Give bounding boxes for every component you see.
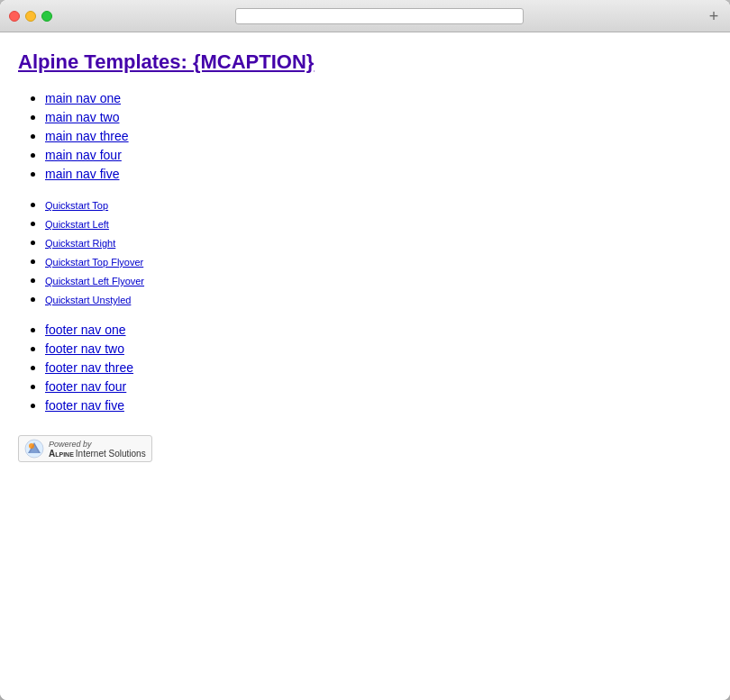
svg-point-3 [29,443,34,449]
browser-content: Alpine Templates: {MCAPTION} main nav on… [0,32,730,700]
list-item: Quickstart Top [45,196,712,213]
quickstart-nav-section: Quickstart Top Quickstart Left Quickstar… [18,196,712,307]
quickstart-nav-list: Quickstart Top Quickstart Left Quickstar… [45,196,712,307]
main-nav-link-5[interactable]: main nav five [45,167,119,181]
footer-nav-link-3[interactable]: footer nav three [45,360,133,375]
main-nav-section: main nav one main nav two main nav three… [18,90,712,182]
close-button[interactable] [9,11,20,22]
browser-titlebar: + [0,0,730,32]
quickstart-link-4[interactable]: Quickstart Top Flyover [45,257,143,268]
traffic-lights [9,11,52,22]
list-item: Quickstart Top Flyover [45,253,712,269]
list-item: main nav five [45,166,712,182]
badge-text: Powered by Alpine Internet Solutions [49,440,146,459]
list-item: footer nav five [45,397,712,414]
list-item: Quickstart Left [45,215,712,232]
list-item: Quickstart Unstyled [45,291,712,307]
alpine-logo-icon [24,439,44,459]
address-bar[interactable] [235,8,524,24]
list-item: main nav four [45,147,712,163]
main-nav-link-4[interactable]: main nav four [45,148,122,162]
list-item: footer nav three [45,359,712,376]
quickstart-link-3[interactable]: Quickstart Right [45,238,115,249]
address-bar-container [52,8,707,24]
footer-nav-section: footer nav one footer nav two footer nav… [18,322,712,414]
list-item: footer nav one [45,322,712,338]
footer-nav-link-2[interactable]: footer nav two [45,341,124,356]
powered-by-badge[interactable]: Powered by Alpine Internet Solutions [18,435,152,462]
main-nav-list: main nav one main nav two main nav three… [18,90,712,182]
main-nav-link-1[interactable]: main nav one [45,91,121,105]
quickstart-link-1[interactable]: Quickstart Top [45,200,108,211]
minimize-button[interactable] [25,11,36,22]
footer-nav-list: footer nav one footer nav two footer nav… [18,322,712,414]
brand-internet: Internet Solutions [76,449,146,459]
page-title: Alpine Templates: {MCAPTION} [18,50,712,74]
list-item: footer nav four [45,378,712,395]
maximize-button[interactable] [41,11,52,22]
browser-window: + Alpine Templates: {MCAPTION} main nav … [0,0,730,700]
quickstart-link-6[interactable]: Quickstart Unstyled [45,295,131,305]
quickstart-link-2[interactable]: Quickstart Left [45,219,109,230]
list-item: Quickstart Left Flyover [45,272,712,288]
brand-label: Alpine Internet Solutions [49,449,146,459]
list-item: footer nav two [45,341,712,357]
list-item: main nav three [45,128,712,144]
list-item: Quickstart Right [45,234,712,250]
footer-nav-link-5[interactable]: footer nav five [45,398,124,413]
footer-nav-link-1[interactable]: footer nav one [45,323,126,337]
quickstart-link-5[interactable]: Quickstart Left Flyover [45,276,144,286]
main-nav-link-2[interactable]: main nav two [45,110,119,124]
powered-by-label: Powered by [49,440,146,449]
new-tab-button[interactable]: + [707,9,721,23]
list-item: main nav two [45,109,712,125]
footer-nav-link-4[interactable]: footer nav four [45,379,126,394]
main-nav-link-3[interactable]: main nav three [45,129,129,143]
brand-alpine: Alpine [49,449,74,459]
list-item: main nav one [45,90,712,106]
